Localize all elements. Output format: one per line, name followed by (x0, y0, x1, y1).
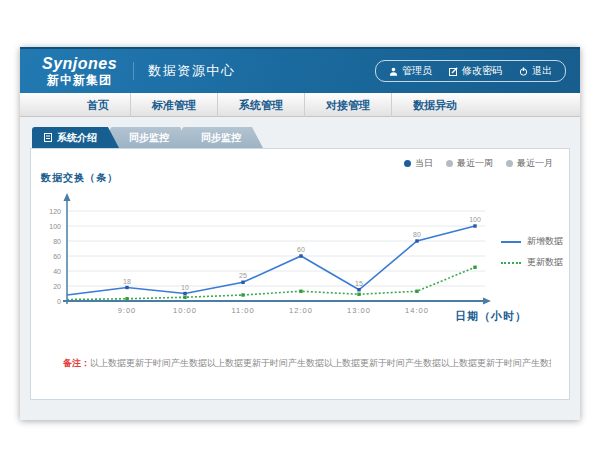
legend-item-new-data[interactable]: 新增数据 (501, 235, 563, 248)
app-window: Synjones 新中新集团 数据资源中心 管理员 修改密码 退出 首页 标准管… (20, 47, 580, 420)
document-icon (44, 133, 52, 142)
footnote-text: 以上数据更新于时间产生数据以上数据更新于时间产生数据以上数据更新于时间产生数据以… (90, 358, 551, 368)
radio-icon (506, 160, 513, 167)
svg-text:11:00: 11:00 (231, 306, 254, 315)
svg-text:15: 15 (355, 280, 363, 287)
legend-label: 更新数据 (527, 256, 563, 269)
filter-option-today[interactable]: 当日 (404, 157, 433, 170)
chart-legend: 新增数据 更新数据 (501, 235, 563, 269)
green-dotted-swatch-icon (501, 262, 521, 264)
svg-text:80: 80 (413, 231, 421, 238)
tab-sync-monitor-1[interactable]: 同步监控 (110, 127, 191, 148)
filter-option-last-month[interactable]: 最近一月 (506, 157, 553, 170)
svg-text:60: 60 (53, 253, 61, 260)
page-title: 数据资源中心 (133, 62, 235, 80)
svg-text:80: 80 (53, 238, 61, 245)
svg-text:120: 120 (49, 208, 61, 215)
user-icon (389, 67, 398, 76)
nav-item-interface-mgmt[interactable]: 对接管理 (304, 93, 391, 117)
user-toolbar: 管理员 修改密码 退出 (375, 60, 566, 82)
footnote: 备注：以上数据更新于时间产生数据以上数据更新于时间产生数据以上数据更新于时间产生… (63, 357, 551, 370)
svg-text:10:00: 10:00 (173, 306, 197, 315)
svg-text:0: 0 (57, 298, 61, 305)
svg-text:60: 60 (297, 246, 305, 253)
svg-text:13:00: 13:00 (347, 306, 371, 315)
nav-item-data-change[interactable]: 数据异动 (391, 93, 478, 117)
radio-icon (446, 160, 453, 167)
svg-text:10: 10 (181, 284, 189, 291)
nav-item-system-mgmt[interactable]: 系统管理 (217, 93, 304, 117)
change-password-button[interactable]: 修改密码 (449, 64, 502, 78)
svg-text:18: 18 (123, 278, 131, 285)
svg-text:100: 100 (469, 216, 481, 223)
legend-item-updated-data[interactable]: 更新数据 (501, 256, 563, 269)
filter-label: 最近一周 (457, 157, 493, 170)
current-user-button[interactable]: 管理员 (389, 64, 432, 78)
logout-button[interactable]: 退出 (519, 64, 552, 78)
filter-option-last-week[interactable]: 最近一周 (446, 157, 493, 170)
svg-text:12:00: 12:00 (289, 306, 313, 315)
y-axis-title: 数据交换（条） (41, 171, 118, 185)
edit-icon (449, 67, 458, 76)
filter-label: 最近一月 (517, 157, 553, 170)
content-area: 系统介绍 同步监控 同步监控 当日 最近一周 (20, 117, 580, 400)
chart-panel: 当日 最近一周 最近一月 数据交换（条） 0204060801001209:00… (30, 148, 570, 400)
tab-system-intro[interactable]: 系统介绍 (32, 127, 119, 148)
change-password-label: 修改密码 (462, 64, 502, 78)
svg-text:9:00: 9:00 (118, 306, 137, 315)
nav-item-standard-mgmt[interactable]: 标准管理 (130, 93, 217, 117)
tab-label: 同步监控 (201, 127, 241, 148)
blue-line-swatch-icon (501, 241, 521, 243)
company-logo: Synjones 新中新集团 (42, 56, 117, 86)
radio-icon (404, 160, 411, 167)
svg-text:20: 20 (53, 283, 61, 290)
legend-label: 新增数据 (527, 235, 563, 248)
tab-bar: 系统介绍 同步监控 同步监控 (32, 127, 570, 148)
logo-text-en: Synjones (42, 56, 117, 72)
app-header: Synjones 新中新集团 数据资源中心 管理员 修改密码 退出 (20, 47, 580, 93)
logout-label: 退出 (532, 64, 552, 78)
tab-label: 同步监控 (129, 127, 169, 148)
svg-text:100: 100 (49, 223, 61, 230)
main-nav: 首页 标准管理 系统管理 对接管理 数据异动 (20, 93, 580, 117)
svg-text:14:00: 14:00 (405, 306, 429, 315)
time-range-filter: 当日 最近一周 最近一月 (404, 157, 553, 170)
svg-text:25: 25 (239, 272, 247, 279)
logo-text-cn: 新中新集团 (47, 74, 112, 86)
x-axis-title: 日期（小时） (455, 309, 527, 324)
nav-item-home[interactable]: 首页 (66, 93, 130, 117)
tab-sync-monitor-2[interactable]: 同步监控 (182, 127, 263, 148)
footnote-label: 备注： (63, 358, 90, 368)
line-chart: 0204060801001209:0010:0011:0012:0013:001… (39, 189, 499, 324)
tab-label: 系统介绍 (57, 127, 97, 148)
current-user-label: 管理员 (402, 64, 432, 78)
svg-text:40: 40 (53, 268, 61, 275)
filter-label: 当日 (415, 157, 433, 170)
power-icon (519, 67, 528, 76)
